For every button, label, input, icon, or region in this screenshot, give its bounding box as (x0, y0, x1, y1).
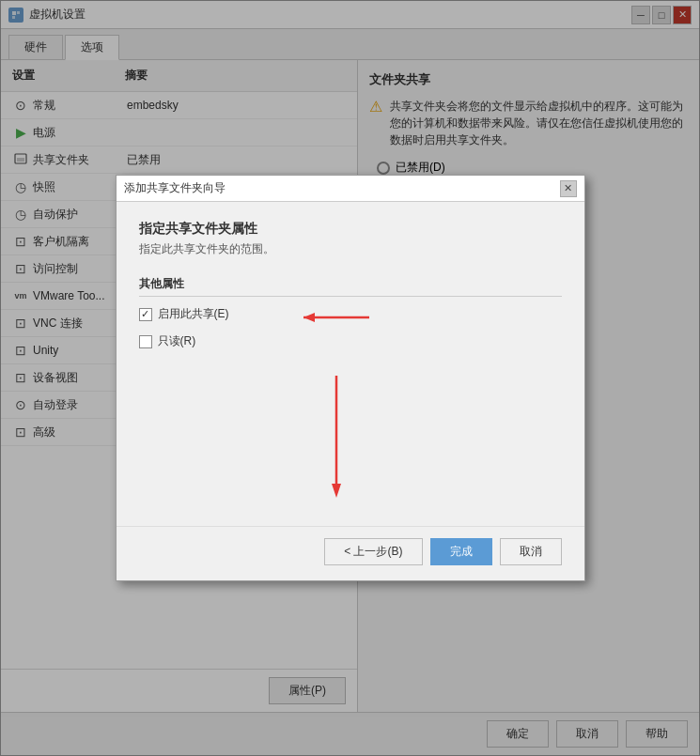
red-arrow-horizontal (294, 308, 369, 327)
dialog-footer: < 上一步(B) 完成 取消 (117, 526, 584, 580)
dialog-section-title: 其他属性 (139, 276, 562, 297)
enable-share-checkbox[interactable] (139, 308, 152, 321)
svg-marker-7 (303, 313, 315, 322)
checkbox-enable-share-row: 启用此共享(E) (139, 306, 229, 322)
dialog-cancel-button[interactable]: 取消 (500, 538, 562, 565)
add-shared-folder-dialog: 添加共享文件夹向导 ✕ 指定共享文件夹属性 指定此共享文件夹的范围。 其他属性 … (116, 175, 585, 581)
dialog-subtitle: 指定此共享文件夹的范围。 (139, 241, 562, 257)
dialog-overlay: 添加共享文件夹向导 ✕ 指定共享文件夹属性 指定此共享文件夹的范围。 其他属性 … (0, 0, 700, 756)
readonly-checkbox[interactable] (139, 335, 152, 348)
enable-share-label: 启用此共享(E) (158, 306, 229, 322)
back-button[interactable]: < 上一步(B) (324, 538, 422, 565)
red-arrow-vertical (327, 376, 346, 501)
dialog-main-title: 指定共享文件夹属性 (139, 221, 562, 238)
dialog-close-button[interactable]: ✕ (560, 180, 577, 197)
dialog-title-bar: 添加共享文件夹向导 ✕ (117, 176, 584, 202)
arrow-space (139, 357, 562, 507)
dialog-body: 指定共享文件夹属性 指定此共享文件夹的范围。 其他属性 启用此共享(E) (117, 202, 584, 526)
checkbox-readonly-row: 只读(R) (139, 333, 562, 349)
dialog-title: 添加共享文件夹向导 (124, 180, 226, 196)
readonly-label: 只读(R) (158, 333, 196, 349)
svg-marker-9 (332, 484, 341, 498)
finish-button[interactable]: 完成 (430, 538, 492, 565)
